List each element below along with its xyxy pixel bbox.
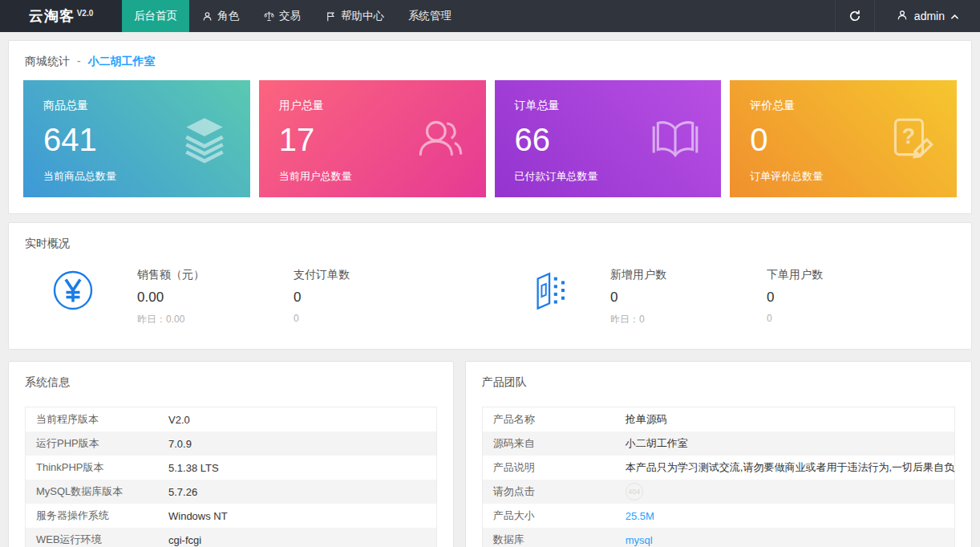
- table-link[interactable]: 25.5M: [626, 510, 654, 522]
- metric-value: 0: [767, 290, 923, 306]
- metric-sub: 0: [294, 313, 450, 324]
- row-label: MySQL数据库版本: [26, 484, 168, 499]
- nav-item-label: 后台首页: [134, 9, 177, 23]
- table-row: 请勿点击404: [483, 480, 954, 504]
- user-menu[interactable]: admin: [875, 0, 980, 32]
- user-icon: [896, 9, 909, 22]
- card-label: 评价总量: [750, 99, 937, 113]
- book-icon: [649, 112, 702, 165]
- nav-item-label: 角色: [217, 9, 239, 23]
- stat-card-orders: 订单总量66已付款订单总数量: [495, 80, 722, 197]
- edit-icon: ?: [885, 112, 937, 165]
- row-label: 产品说明: [483, 460, 626, 475]
- metric-sub: 0: [767, 313, 923, 324]
- row-label: ThinkPHP版本: [26, 460, 168, 475]
- building-icon: [530, 269, 570, 310]
- row-label: 当前程序版本: [26, 412, 168, 427]
- card-desc: 订单评价总数量: [750, 169, 937, 184]
- metric-value: 0: [610, 290, 767, 306]
- nav-item-label: 交易: [279, 9, 301, 23]
- nav-item-label: 系统管理: [408, 9, 452, 23]
- book-icon: [649, 112, 702, 165]
- card-label: 用户总量: [279, 99, 466, 113]
- shop-stats-header: 商城统计 - 小二胡工作室: [9, 41, 971, 78]
- metric-sales: 销售额（元）0.00昨日：0.00: [137, 266, 294, 326]
- svg-text:?: ?: [902, 124, 915, 148]
- users-icon: [414, 112, 467, 165]
- edit-icon: ?: [885, 112, 937, 165]
- row-value: 小二胡工作室: [626, 436, 688, 451]
- table-row: MySQL数据库版本5.7.26: [26, 480, 436, 504]
- system-info-header: 系统信息: [9, 362, 453, 399]
- card-desc: 当前用户总数量: [279, 169, 466, 184]
- bottom-row: 系统信息 当前程序版本V2.0运行PHP版本7.0.9ThinkPHP版本5.1…: [8, 361, 972, 547]
- row-value: cgi-fcgi: [168, 534, 201, 546]
- system-info-table: 当前程序版本V2.0运行PHP版本7.0.9ThinkPHP版本5.1.38 L…: [25, 407, 437, 547]
- layers-icon: [178, 112, 231, 165]
- realtime-panel: 实时概况 销售额（元）0.00昨日：0.00支付订单数00新增用户数0昨日：0下…: [8, 222, 972, 350]
- table-row: 当前程序版本V2.0: [26, 407, 436, 432]
- table-row: 产品大小25.5M: [483, 504, 954, 528]
- nav-item-system[interactable]: 系统管理: [396, 0, 464, 32]
- row-label: 数据库: [483, 533, 626, 547]
- row-value: V2.0: [168, 414, 190, 426]
- table-row: 服务器操作系统Windows NT: [26, 504, 436, 528]
- table-row: 源码来自小二胡工作室: [483, 432, 954, 456]
- navbar-right: admin: [835, 0, 980, 32]
- stat-card-products: 商品总量641当前商品总数量: [23, 80, 250, 197]
- nav-item-roles[interactable]: 角色: [189, 0, 251, 32]
- row-value: 5.7.26: [168, 486, 197, 498]
- product-team-table: 产品名称抢单源码源码来自小二胡工作室产品说明本产品只为学习测试交流,请勿要做商业…: [482, 407, 955, 547]
- layers-icon: [178, 112, 231, 165]
- row-label: 运行PHP版本: [26, 436, 168, 451]
- nav-item-label: 帮助中心: [341, 9, 384, 23]
- stat-cards-row: 商品总量641当前商品总数量用户总量17当前用户总数量订单总量66已付款订单总数…: [9, 78, 971, 213]
- metric-label: 销售额（元）: [137, 268, 294, 282]
- metric-new-users: 新增用户数0昨日：0: [610, 266, 767, 326]
- flag-icon: [325, 10, 337, 22]
- panel-title: 商城统计: [25, 55, 70, 67]
- row-label: 源码来自: [483, 436, 626, 451]
- row-value: 7.0.9: [168, 438, 192, 450]
- realtime-metrics: 销售额（元）0.00昨日：0.00支付订单数00新增用户数0昨日：0下单用户数0…: [9, 260, 971, 349]
- shop-stats-panel: 商城统计 - 小二胡工作室 商品总量641当前商品总数量用户总量17当前用户总数…: [8, 40, 972, 214]
- metric-sub: 昨日：0.00: [137, 313, 294, 326]
- row-label: WEB运行环境: [26, 533, 168, 547]
- card-desc: 已付款订单总数量: [515, 169, 702, 184]
- row-value: 25.5M: [626, 510, 654, 522]
- badge-404[interactable]: 404: [626, 483, 643, 500]
- table-row: 产品名称抢单源码: [483, 407, 954, 432]
- nav-item-home[interactable]: 后台首页: [122, 0, 189, 32]
- user-icon: [201, 10, 213, 22]
- metric-value: 0: [294, 290, 450, 306]
- table-row: 产品说明本产品只为学习测试交流,请勿要做商业或者用于违法行为,一切后果自负: [483, 456, 954, 480]
- stat-card-reviews: 评价总量0订单评价总数量?: [730, 80, 957, 197]
- app-logo[interactable]: 云淘客 V2.0: [0, 0, 122, 32]
- row-value: mysql: [626, 534, 653, 546]
- yen-icon: [9, 266, 137, 311]
- table-link[interactable]: mysql: [626, 534, 653, 546]
- realtime-group: 销售额（元）0.00昨日：0.00支付订单数00: [9, 266, 490, 326]
- system-info-panel: 系统信息 当前程序版本V2.0运行PHP版本7.0.9ThinkPHP版本5.1…: [8, 361, 454, 547]
- caret-icon: [950, 14, 959, 20]
- username: admin: [914, 10, 945, 22]
- product-team-header: 产品团队: [466, 362, 971, 399]
- metric-label: 新增用户数: [610, 268, 767, 282]
- card-desc: 当前商品总数量: [43, 169, 230, 184]
- table-row: 运行PHP版本7.0.9: [26, 432, 436, 456]
- yen-icon: [52, 269, 94, 311]
- refresh-icon: [848, 9, 862, 23]
- row-value: 5.1.38 LTS: [168, 462, 219, 474]
- user-icon: [896, 9, 909, 24]
- row-label: 产品名称: [483, 412, 626, 427]
- nav-item-help[interactable]: 帮助中心: [313, 0, 396, 32]
- metric-sub: 昨日：0: [610, 313, 767, 326]
- table-row: ThinkPHP版本5.1.38 LTS: [26, 456, 436, 480]
- refresh-button[interactable]: [835, 0, 875, 32]
- nav-item-trade[interactable]: 交易: [251, 0, 313, 32]
- metric-value: 0.00: [137, 290, 294, 306]
- studio-link[interactable]: 小二胡工作室: [87, 55, 155, 67]
- main-menu: 后台首页角色交易帮助中心系统管理: [122, 0, 464, 32]
- row-value: Windows NT: [168, 510, 228, 522]
- row-label: 请勿点击: [483, 484, 626, 499]
